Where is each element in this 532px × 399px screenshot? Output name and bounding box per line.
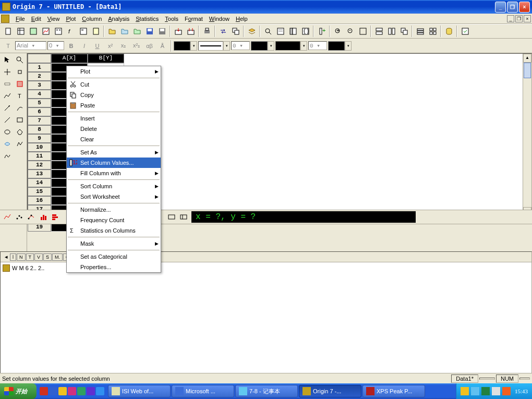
new-project-button[interactable]: [2, 26, 14, 37]
add-column-button[interactable]: +: [316, 26, 328, 37]
row-header[interactable]: 16: [28, 196, 51, 205]
subscript-button[interactable]: x₂: [117, 40, 129, 52]
menu-statistics[interactable]: Statistics: [132, 15, 162, 23]
row-header[interactable]: 4: [28, 90, 51, 99]
fill-pattern[interactable]: [275, 41, 300, 51]
save-button[interactable]: [143, 26, 155, 37]
line-style[interactable]: [198, 41, 223, 51]
menu-window[interactable]: Window: [206, 15, 233, 23]
ql-icon[interactable]: [40, 387, 48, 395]
curved-arrow-tool[interactable]: [14, 102, 26, 114]
symbol-color[interactable]: [328, 41, 345, 51]
row-header[interactable]: 6: [28, 107, 51, 116]
mdi-minimize[interactable]: _: [507, 15, 514, 22]
line-color[interactable]: [174, 41, 190, 51]
context-menu-item[interactable]: Copy: [67, 90, 161, 100]
circle-tool[interactable]: [1, 126, 13, 138]
context-menu-item[interactable]: Insert: [67, 113, 161, 124]
data-display-undock-button[interactable]: [177, 211, 189, 223]
data-display-button[interactable]: [165, 211, 177, 223]
line-width-select[interactable]: 0 ▾: [231, 41, 250, 50]
context-menu-item[interactable]: Mask▶: [67, 238, 161, 249]
zoom-tool[interactable]: [14, 54, 26, 66]
vertical-scrollbar[interactable]: ▲ ▼: [523, 54, 531, 216]
tray-icon[interactable]: [492, 387, 500, 395]
bold-button[interactable]: B: [65, 40, 77, 52]
panel-tab[interactable]: S: [43, 253, 52, 261]
taskbar-task[interactable]: ISI Web of...: [108, 385, 171, 397]
minimize-button[interactable]: _: [495, 2, 506, 13]
ql-icon[interactable]: [87, 387, 95, 395]
draw-data-tool[interactable]: [1, 90, 13, 102]
pointer-tool[interactable]: [1, 54, 13, 66]
context-menu-item[interactable]: Paste: [67, 100, 161, 111]
row-header[interactable]: 14: [28, 178, 51, 187]
fill-pattern-drop[interactable]: ▾: [300, 41, 307, 51]
panel-tab[interactable]: N: [17, 253, 26, 261]
close-button[interactable]: ×: [519, 2, 530, 13]
symbol-size-select[interactable]: 0 ▾: [308, 41, 327, 50]
panel-tab[interactable]: V: [34, 253, 43, 261]
open-button[interactable]: [106, 26, 118, 37]
menu-plot[interactable]: Plot: [63, 15, 79, 23]
font-family-select[interactable]: Arial ▾: [15, 41, 46, 50]
start-button[interactable]: 开始: [0, 383, 37, 399]
greek-button[interactable]: αβ: [143, 40, 155, 52]
row-header[interactable]: 11: [28, 152, 51, 161]
freehand-tool[interactable]: [1, 150, 13, 162]
tray-icon[interactable]: [471, 387, 479, 395]
column-plot-button[interactable]: [37, 211, 49, 223]
ql-icon[interactable]: [77, 387, 86, 395]
ql-icon[interactable]: [68, 387, 76, 395]
results-log-button[interactable]: [274, 26, 286, 37]
row-header[interactable]: 3: [28, 81, 51, 90]
menu-edit[interactable]: Edit: [28, 15, 44, 23]
clock[interactable]: 15:43: [515, 388, 528, 394]
scroll-thumb[interactable]: [524, 63, 531, 78]
save-template-button[interactable]: [156, 26, 168, 37]
scroll-up-icon[interactable]: ▲: [523, 54, 531, 63]
context-menu-item[interactable]: Delete: [67, 124, 161, 134]
refresh-button[interactable]: [217, 26, 229, 37]
row-header[interactable]: 13: [28, 170, 51, 178]
row-header[interactable]: 10: [28, 143, 51, 152]
font-hint-button[interactable]: T: [2, 40, 14, 52]
update-button[interactable]: [459, 26, 471, 37]
context-menu-item[interactable]: Cut: [67, 79, 161, 90]
taskbar-task[interactable]: Microsoft ...: [172, 385, 234, 397]
context-menu-item[interactable]: 123Set Column Values...: [67, 158, 161, 168]
panel-tab[interactable]: l: [10, 253, 16, 261]
underline-button[interactable]: U: [91, 40, 103, 52]
menu-format[interactable]: Format: [182, 15, 206, 23]
tray-icon[interactable]: [502, 387, 511, 395]
context-menu-item[interactable]: Plot▶: [67, 66, 161, 77]
polyline-tool[interactable]: [14, 138, 26, 150]
bar-plot-button[interactable]: [49, 211, 61, 223]
print-button[interactable]: [201, 26, 213, 37]
project-explorer-button[interactable]: [287, 26, 299, 37]
new-excel-button[interactable]: [27, 26, 39, 37]
code-builder-button[interactable]: { }: [299, 26, 311, 37]
taskbar-task[interactable]: Origin 7 -...: [299, 385, 361, 397]
fill-color-drop[interactable]: ▾: [268, 41, 274, 51]
menu-column[interactable]: Column: [79, 15, 105, 23]
context-menu-item[interactable]: Clear: [67, 134, 161, 144]
ql-icon[interactable]: [96, 387, 104, 395]
tray-icon[interactable]: [461, 387, 469, 395]
panel-tabs-scroll-left[interactable]: ◂: [3, 253, 10, 261]
import-multi-button[interactable]: [185, 26, 197, 37]
line-plot-button[interactable]: [1, 211, 13, 223]
mask-tool[interactable]: [14, 78, 26, 90]
mdi-close[interactable]: ×: [524, 15, 531, 22]
arrow-tool[interactable]: [1, 102, 13, 114]
new-matrix-button[interactable]: [52, 26, 64, 37]
new-notes-button[interactable]: [90, 26, 102, 37]
line-tool[interactable]: [1, 114, 13, 126]
polygon-tool[interactable]: [14, 126, 26, 138]
scatter-plot-button[interactable]: [13, 211, 25, 223]
layers-button[interactable]: [246, 26, 258, 37]
menu-analysis[interactable]: Analysis: [105, 15, 132, 23]
taskbar-task[interactable]: XPS Peak P...: [362, 385, 425, 397]
menu-file[interactable]: File: [13, 15, 28, 23]
row-header[interactable]: 7: [28, 116, 51, 125]
